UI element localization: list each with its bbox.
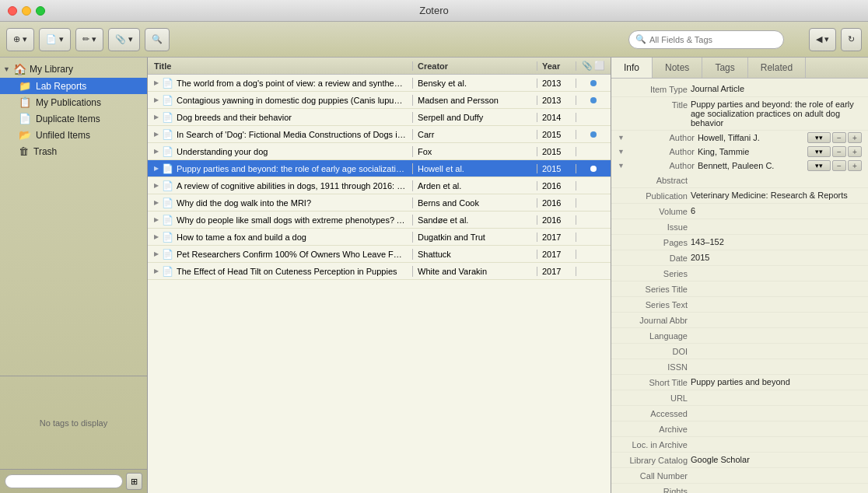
table-row[interactable]: ▶ 📄 Why do people like small dogs with e… (148, 212, 611, 229)
table-row[interactable]: ▶ 📄 The world from a dog's point of view… (148, 75, 611, 92)
new-item-button[interactable]: ⊕ ▾ (6, 28, 34, 51)
sidebar-item-my-publications[interactable]: 📋 My Publications (0, 94, 147, 110)
author-field-btn[interactable]: ▾▾ (807, 160, 831, 171)
attach-button[interactable]: 📎 ▾ (108, 28, 140, 51)
unread-dot (590, 166, 597, 172)
read-placeholder (590, 268, 597, 274)
detail-label: Short Title (618, 377, 688, 387)
table-row[interactable]: ▶ 📄 The Effect of Head Tilt on Cuteness … (148, 263, 611, 280)
sidebar-item-trash[interactable]: 🗑 Trash (0, 143, 147, 159)
col-header-title[interactable]: Title (148, 61, 413, 71)
detail-title-value[interactable]: Puppy parties and beyond: the role of ea… (691, 100, 862, 128)
locate-button[interactable]: 🔍 (145, 28, 170, 51)
row-expand-icon: ▶ (154, 182, 159, 189)
table-row[interactable]: ▶ 📄 A review of cognitive abilities in d… (148, 177, 611, 194)
table-row[interactable]: ▶ 📄 Dog breeds and their behavior Serpel… (148, 109, 611, 126)
detail-label: Issue (618, 222, 688, 232)
sidebar-tags: No tags to display (0, 376, 147, 469)
list-body: ▶ 📄 The world from a dog's point of view… (148, 75, 611, 493)
detail-row: Issue (611, 219, 868, 235)
row-expand-icon: ▶ (154, 250, 159, 257)
tab-notes[interactable]: Notes (653, 58, 702, 78)
author-field-btn[interactable]: ▾▾ (807, 146, 831, 157)
author-add-btn[interactable]: + (848, 132, 862, 143)
row-year: 2016 (537, 215, 576, 225)
read-placeholder (590, 234, 597, 240)
arrow-left-icon: ◀ (816, 34, 822, 44)
detail-value[interactable]: Veterinary Medicine: Research & Reports (691, 191, 862, 200)
row-year: 2015 (537, 164, 576, 173)
row-expand-icon: ▶ (154, 233, 159, 240)
row-creator: Dugatkin and Trut (413, 233, 537, 242)
author-remove-btn[interactable]: − (832, 146, 846, 157)
tag-search-input[interactable] (5, 474, 123, 488)
detail-value[interactable]: 2015 (691, 253, 862, 262)
content-area: Title Creator Year 📎 ⬜ ▶ 📄 The world fro… (148, 58, 868, 493)
row-year: 2017 (537, 250, 576, 259)
author-field-btn[interactable]: ▾▾ (807, 132, 831, 143)
doc-icon: 📄 (162, 266, 173, 277)
app-title: Zotero (419, 5, 449, 16)
table-row[interactable]: ▶ 📄 In Search of 'Dog': Fictional Media … (148, 126, 611, 143)
search-box[interactable]: 🔍 (628, 30, 784, 49)
table-row[interactable]: ▶ 📄 Understanding your dog Fox 2015 (148, 143, 611, 160)
table-row[interactable]: ▶ 📄 Contagious yawning in domestic dog p… (148, 92, 611, 109)
author-add-btn[interactable]: + (848, 160, 862, 171)
sidebar-item-my-library[interactable]: ▼ 🏠 My Library (0, 61, 147, 78)
row-expand-icon: ▶ (154, 199, 159, 206)
sync-button[interactable]: ↻ (841, 28, 862, 51)
doc-icon: 📄 (162, 180, 173, 191)
detail-value[interactable]: 143–152 (691, 237, 862, 247)
sidebar-item-duplicate-items[interactable]: 📄 Duplicate Items (0, 110, 147, 127)
row-expand-icon: ▶ (154, 148, 159, 155)
row-title: Pet Researchers Confirm 100% Of Owners W… (177, 250, 406, 259)
sidebar-label-duplicate-items: Duplicate Items (36, 114, 100, 124)
new-item-arrow: ▾ (23, 34, 27, 44)
sidebar-label-my-library: My Library (30, 64, 73, 75)
tab-tags[interactable]: Tags (702, 58, 747, 78)
detail-value[interactable]: Puppy parties and beyond (691, 377, 862, 386)
minimize-button[interactable] (22, 6, 31, 16)
read-placeholder (590, 217, 597, 223)
tag-options-button[interactable]: ⊞ (126, 473, 142, 490)
add-link-button[interactable]: ✏ ▾ (75, 28, 103, 51)
table-row[interactable]: ▶ 📄 How to tame a fox and build a dog Du… (148, 229, 611, 246)
detail-label: Volume (618, 206, 688, 216)
col-header-creator[interactable]: Creator (413, 61, 537, 71)
detail-value[interactable]: Google Scholar (691, 455, 862, 464)
navigate-back-button[interactable]: ◀ ▾ (809, 28, 836, 51)
detail-body: Item Type Journal Article Title Puppy pa… (611, 79, 868, 493)
detail-label: Series (618, 268, 688, 278)
table-row[interactable]: ▶ 📄 Puppy parties and beyond: the role o… (148, 160, 611, 177)
row-expand-icon: ▶ (154, 165, 159, 172)
author-label: Author (628, 133, 695, 142)
sidebar-item-lab-reports[interactable]: 📁 Lab Reports (0, 78, 147, 94)
detail-value[interactable]: 6 (691, 206, 862, 215)
detail-tabs: Info Notes Tags Related (611, 58, 868, 79)
detail-value[interactable]: Journal Article (691, 84, 862, 93)
sidebar-label-trash: Trash (33, 146, 57, 157)
author-label: Author (628, 161, 695, 170)
row-creator: Arden et al. (413, 181, 537, 191)
author-remove-btn[interactable]: − (832, 160, 846, 171)
author-remove-btn[interactable]: − (832, 132, 846, 143)
row-creator: Carr (413, 130, 537, 139)
table-row[interactable]: ▶ 📄 Why did the dog walk into the MRI? B… (148, 194, 611, 212)
table-row[interactable]: ▶ 📄 Pet Researchers Confirm 100% Of Owne… (148, 246, 611, 263)
maximize-button[interactable] (36, 6, 45, 16)
doc-icon: 📄 (162, 95, 173, 106)
add-files-button[interactable]: 📄 ▾ (39, 28, 71, 51)
search-input[interactable] (649, 35, 758, 44)
row-creator: Howell et al. (413, 164, 537, 173)
tab-info[interactable]: Info (611, 58, 653, 78)
author-add-btn[interactable]: + (848, 146, 862, 157)
detail-row: DOI (611, 344, 868, 359)
sidebar-item-unfiled-items[interactable]: 📂 Unfiled Items (0, 127, 147, 143)
detail-label: URL (618, 393, 688, 403)
tab-related[interactable]: Related (748, 58, 806, 78)
duplicate-icon: 📄 (19, 113, 31, 124)
close-button[interactable] (8, 6, 17, 16)
row-year: 2015 (537, 147, 576, 156)
row-icons (576, 217, 611, 223)
col-header-year[interactable]: Year (537, 61, 576, 71)
